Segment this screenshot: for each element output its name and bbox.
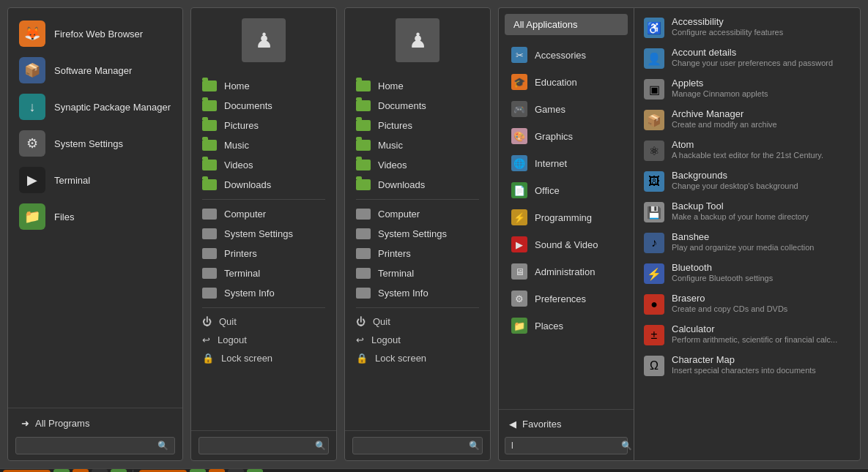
folder-item[interactable]: Pictures (349, 116, 486, 135)
app-entry[interactable]: 👤 Account details Change your user prefe… (638, 42, 856, 73)
taskbar-firefox-1[interactable]: 🦊 (73, 469, 89, 472)
category-label: Administration (535, 266, 595, 277)
app-entry[interactable]: Ω Character Map Insert special character… (638, 350, 856, 381)
search-input-1[interactable] (22, 441, 157, 451)
category-item[interactable]: ⚙ Preferences (502, 285, 630, 312)
search-input-2[interactable] (205, 441, 315, 451)
action-icon: 🔒 (356, 353, 368, 364)
taskbar-files2-1[interactable]: 📁 (111, 469, 127, 472)
category-item[interactable]: 📄 Office (502, 177, 630, 203)
app-entry[interactable]: ± Calculator Perform arithmetic, scienti… (638, 319, 856, 350)
system-icon (202, 268, 217, 279)
category-item[interactable]: ▶ Sound & Video (502, 231, 630, 258)
category-label: Internet (535, 158, 567, 169)
action-item[interactable]: 🔒Lock screen (195, 349, 333, 367)
folder-label: Videos (378, 160, 407, 171)
category-item[interactable]: ✂ Accessories (502, 42, 630, 68)
app-entry-name: Backgrounds (672, 170, 850, 181)
category-item[interactable]: 🖥 Administration (502, 258, 630, 285)
folder-item[interactable]: Home (349, 76, 486, 96)
folder-icon (356, 100, 371, 111)
all-programs-link[interactable]: ➜ All Programs (15, 414, 175, 432)
taskbar-terminal-2[interactable]: ▶_ (228, 469, 244, 472)
category-icon: ▶ (511, 236, 527, 252)
system-label: Computer (224, 209, 266, 220)
folder-item[interactable]: Home (195, 76, 333, 96)
app-entry[interactable]: ● Brasero Create and copy CDs and DVDs (638, 288, 856, 319)
search-input-4[interactable] (511, 441, 621, 451)
search-icon-2[interactable]: 🔍 (315, 441, 326, 451)
taskbar-firefox-2[interactable]: 🦊 (209, 469, 225, 472)
app-name: System Settings (54, 138, 123, 149)
app-entry[interactable]: ♪ Banshee Play and organize your media c… (638, 227, 856, 258)
search-icon-1[interactable]: 🔍 (157, 441, 168, 451)
system-item[interactable]: Printers (195, 244, 333, 263)
app-entry[interactable]: ⚡ Bluetooth Configure Bluetooth settings (638, 258, 856, 288)
app-item[interactable]: 📁 Files (12, 198, 179, 235)
action-item[interactable]: ⏻Quit (349, 312, 486, 331)
action-item[interactable]: ↩Logout (349, 331, 486, 349)
folder-item[interactable]: Music (195, 135, 333, 155)
taskbar-files-1[interactable]: 📁 (53, 469, 70, 472)
search-input-3[interactable] (359, 441, 469, 451)
category-item[interactable]: 🎓 Education (502, 69, 630, 95)
app-entry-text: Backup Tool Make a backup of your home d… (672, 201, 850, 221)
system-label: Terminal (378, 268, 414, 279)
all-apps-button[interactable]: All Applications (505, 14, 628, 35)
system-item[interactable]: System Settings (195, 224, 333, 244)
taskbar-files2-2[interactable]: 📁 (247, 469, 263, 472)
category-icon: 🎮 (511, 101, 527, 117)
system-item[interactable]: Terminal (195, 263, 333, 283)
app-entry-desc: Create and copy CDs and DVDs (672, 304, 850, 313)
category-icon: 📄 (511, 182, 527, 198)
category-item[interactable]: 🎮 Games (502, 96, 630, 122)
system-label: Terminal (224, 268, 260, 279)
app-item[interactable]: 📦 Software Manager (12, 52, 179, 89)
system-item[interactable]: Computer (195, 204, 333, 224)
search-icon-3[interactable]: 🔍 (469, 441, 480, 451)
app-entry[interactable]: ▣ Applets Manage Cinnamon applets (638, 73, 856, 104)
app-item[interactable]: ⚙ System Settings (12, 125, 179, 162)
app-item[interactable]: ▶ Terminal (12, 162, 179, 198)
taskbar-files-2[interactable]: 📁 (190, 469, 206, 472)
category-item[interactable]: 🌐 Internet (502, 150, 630, 176)
folder-item[interactable]: Downloads (195, 175, 333, 195)
search-icon-4[interactable]: 🔍 (621, 441, 632, 451)
category-icon: 🌐 (511, 155, 527, 171)
taskbar-terminal-1[interactable]: ▶_ (92, 469, 108, 472)
action-item[interactable]: ⏻Quit (195, 312, 333, 331)
category-item[interactable]: 📁 Places (502, 312, 630, 339)
favorites-link[interactable]: ◀ Favorites (505, 416, 628, 432)
category-item[interactable]: 🎨 Graphics (502, 123, 630, 149)
folder-label: Music (224, 140, 249, 151)
folder-item[interactable]: Videos (195, 155, 333, 175)
app-item[interactable]: ↓ Synaptic Package Manager (12, 89, 179, 125)
folder-item[interactable]: Pictures (195, 116, 333, 135)
app-entry[interactable]: ⚛ Atom A hackable text editor for the 21… (638, 135, 856, 165)
folder-item[interactable]: Documents (349, 96, 486, 116)
app-entry[interactable]: 🖼 Backgrounds Change your desktop's back… (638, 165, 856, 196)
category-item[interactable]: ⚡ Programming (502, 204, 630, 231)
system-item[interactable]: System Info (349, 283, 486, 303)
app-entry-desc: Configure accessibility features (672, 28, 850, 37)
app-item[interactable]: 🦊 Firefox Web Browser (12, 15, 179, 52)
action-item[interactable]: 🔒Lock screen (349, 349, 486, 367)
favorites-label: Favorites (522, 419, 561, 430)
action-label: Logout (371, 334, 401, 345)
app-entry[interactable]: 💾 Backup Tool Make a backup of your home… (638, 196, 856, 227)
app-entry-desc: Configure Bluetooth settings (672, 274, 850, 282)
folder-item[interactable]: Documents (195, 96, 333, 116)
app-entry-icon: 🖼 (644, 171, 664, 192)
system-item[interactable]: Computer (349, 204, 486, 224)
system-item[interactable]: System Info (195, 283, 333, 303)
folder-item[interactable]: Videos (349, 155, 486, 175)
system-item[interactable]: Terminal (349, 263, 486, 283)
app-entry-icon: ♪ (644, 233, 664, 253)
action-item[interactable]: ↩Logout (195, 331, 333, 349)
folder-item[interactable]: Downloads (349, 175, 486, 195)
app-entry[interactable]: ♿ Accessibility Configure accessibility … (638, 12, 856, 42)
app-entry[interactable]: 📦 Archive Manager Create and modify an a… (638, 104, 856, 135)
system-item[interactable]: System Settings (349, 224, 486, 244)
folder-item[interactable]: Music (349, 135, 486, 155)
system-item[interactable]: Printers (349, 244, 486, 263)
